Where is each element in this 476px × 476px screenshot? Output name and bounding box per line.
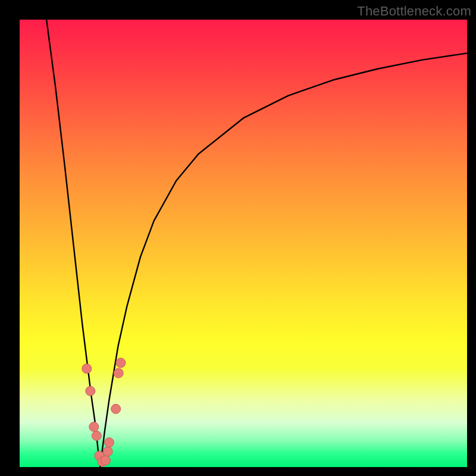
plot-area	[20, 20, 467, 467]
data-point-6	[101, 456, 110, 465]
data-point-0	[82, 364, 92, 374]
data-point-9	[111, 404, 121, 414]
data-point-11	[116, 358, 126, 368]
chart-frame: TheBottleneck.com	[0, 0, 476, 476]
curve-left-branch	[46, 20, 100, 467]
data-point-1	[86, 386, 95, 396]
data-point-3	[92, 431, 101, 440]
watermark-text: TheBottleneck.com	[357, 4, 471, 19]
data-point-10	[114, 368, 123, 378]
data-point-8	[104, 438, 114, 447]
bottleneck-curve	[20, 20, 467, 467]
data-point-2	[89, 422, 99, 431]
curve-right-branch	[100, 53, 467, 467]
data-point-7	[103, 447, 112, 456]
